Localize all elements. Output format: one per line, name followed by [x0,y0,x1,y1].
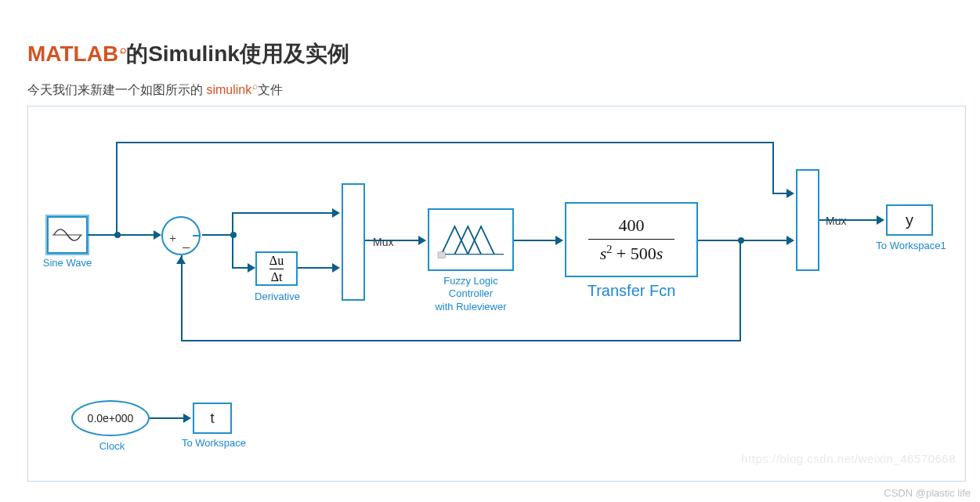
to-workspace-var: t [210,410,214,427]
mux2-block[interactable] [796,169,819,271]
subtitle-suffix: 文件 [258,83,283,96]
wire [232,236,233,269]
clock-block[interactable]: 0.0e+000 [71,400,150,436]
wire [698,240,741,241]
arrow-icon [787,189,794,198]
wire [514,240,557,241]
to-workspace1-var: y [906,211,913,229]
search-icon[interactable]: ⌕ [120,43,126,56]
wire [150,417,185,419]
derivative-numerator: Δu [269,255,284,267]
arrow-icon [877,215,884,225]
fuzzy-icon [432,213,509,266]
derivative-symbol: Δu Δt [263,251,290,287]
subtitle: 今天我们来新建一个如图所示的 simulink⌕文件 [27,82,283,99]
to-workspace1-label: To Workspace1 [868,240,954,252]
arrow-icon [787,236,794,245]
wire [772,142,774,194]
wire [232,267,249,269]
derivative-block[interactable]: Δu Δt [255,251,298,286]
svg-rect-2 [438,252,445,258]
wire [772,193,788,194]
title-rest: 的Simulink使用及实例 [126,42,349,66]
arrow-icon [418,236,426,245]
watermark-author: CSDN @plastic life [884,487,971,499]
tf-denominator: s2 + 500s [588,241,674,264]
wire [819,219,878,221]
sum-plus-icon: + [169,232,176,246]
sum-port-icon [193,235,201,237]
wire [88,234,155,236]
arrow-icon [555,236,563,245]
wire [740,240,741,341]
wire [181,340,741,341]
arrow-icon [332,208,340,218]
wire [232,212,233,236]
clock-label: Clock [92,440,132,453]
wire [116,142,118,234]
tf-numerator: 400 [588,215,674,237]
fuzzy-controller-block[interactable] [428,208,514,271]
simulink-diagram[interactable]: Sine Wave + − Δu Δt Derivative Mux [27,106,966,482]
wire [181,255,183,341]
transfer-fcn-expression: 400 s2 + 500s [588,215,674,264]
to-workspace-block[interactable]: t [193,403,232,434]
to-workspace-label: To Workspace [175,437,253,450]
mux1-label: Mux [373,236,393,248]
sine-wave-block[interactable] [47,216,88,254]
sine-wave-label: Sine Wave [28,257,107,269]
sine-wave-icon [52,223,82,247]
page-title: MATLAB⌕的Simulink使用及实例 [27,39,349,69]
wire [298,267,334,269]
derivative-denominator: Δt [269,269,284,284]
watermark-url: https://blog.csdn.net/weixin_46570668 [741,452,956,465]
to-workspace1-block[interactable]: y [886,204,933,236]
arrow-icon [176,256,186,264]
derivative-label: Derivative [246,291,309,303]
arrow-icon [332,263,340,273]
arrow-icon [154,230,161,240]
fuzzy-controller-label: Fuzzy Logic Controller with Ruleviewer [418,275,523,313]
arrow-icon [183,414,191,423]
mux1-block[interactable] [342,183,365,301]
wire [232,212,334,214]
clock-display: 0.0e+000 [88,412,134,424]
arrow-icon [248,263,255,273]
sum-block[interactable]: + − [161,216,201,255]
subtitle-highlight: simulink [206,83,251,96]
mux2-label: Mux [826,215,846,227]
sum-minus-icon: − [182,239,190,257]
title-highlight: MATLAB [27,42,118,66]
transfer-fcn-block[interactable]: 400 s2 + 500s [565,202,698,277]
wire [116,142,774,143]
wire [365,240,420,241]
subtitle-prefix: 今天我们来新建一个如图所示的 [27,83,203,96]
wire [741,240,788,241]
wire [202,234,233,236]
transfer-fcn-label: Transfer Fcn [573,281,690,301]
search-icon[interactable]: ⌕ [252,81,258,92]
